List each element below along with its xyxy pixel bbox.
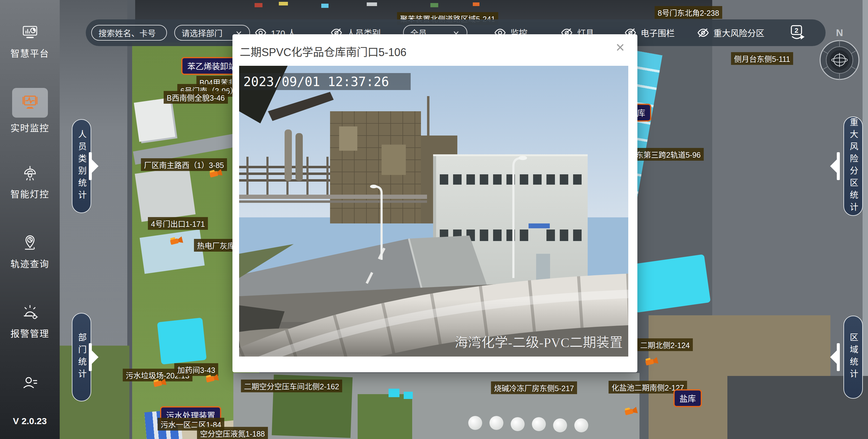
version-label: V 2.0.23	[0, 416, 60, 426]
tab-major-risk-zone-stats[interactable]: 重大风险分区统计	[843, 116, 863, 216]
camera-feed-image: 2023/09/01 12:37:26 海湾化学-二级-PVC二期装置	[239, 66, 628, 356]
map-label[interactable]: 空分空压液氮1-188	[197, 427, 268, 439]
active-item-highlight	[12, 88, 48, 118]
sidebar-item-user[interactable]	[0, 374, 60, 393]
realtime-monitor-icon	[20, 93, 40, 113]
camera-icon[interactable]	[645, 356, 659, 366]
map-label[interactable]: 热电厂灰库	[194, 239, 238, 252]
tab-department-stats[interactable]: 部门统计	[72, 313, 91, 402]
camera-icon[interactable]	[170, 236, 184, 245]
chevron-left-icon[interactable]	[830, 159, 837, 173]
sidebar-item-track-query[interactable]: 轨迹查询	[0, 233, 60, 270]
tab-arrow-stem	[837, 152, 840, 180]
toggle-major-risk-zone[interactable]: 重大风险分区	[697, 20, 764, 46]
tab-personnel-category-stats[interactable]: 人员类别统计	[72, 119, 91, 213]
sidebar-item-realtime-monitor[interactable]: 实时监控	[0, 88, 60, 134]
track-query-icon	[21, 233, 39, 252]
camera-modal: 二期SPVC化学品仓库南门口5-106 ×	[232, 34, 638, 372]
tab-arrow-stem	[89, 343, 92, 371]
person-list-icon	[21, 374, 39, 392]
sidebar-item-label: 报警管理	[0, 326, 60, 340]
screen-switch-button[interactable]: 2	[788, 20, 806, 46]
dashboard-monitor-icon	[21, 23, 39, 42]
map-label[interactable]: 东第三跨2轨道5-96	[633, 148, 704, 161]
smart-lamp-icon	[21, 164, 39, 182]
eye-slash-icon	[697, 27, 709, 39]
map-label[interactable]: 侧月台东侧5-111	[731, 52, 793, 65]
chevron-right-icon[interactable]	[92, 159, 98, 173]
sidebar-item-alarm-manage[interactable]: 报警管理	[0, 303, 60, 340]
tab-arrow-stem	[837, 343, 840, 371]
tab-arrow-stem	[89, 152, 92, 180]
alarm-manage-icon	[21, 303, 39, 322]
map-label[interactable]: B西南侧全貌3-46	[164, 91, 228, 104]
toggle-label: 重大风险分区	[713, 27, 764, 39]
map-label[interactable]: 8号门东北角2-238	[655, 6, 722, 19]
compass-north-label: N	[830, 27, 848, 38]
sidebar-item-smart-light[interactable]: 智能灯控	[0, 164, 60, 200]
screen-2-icon: 2	[788, 24, 806, 41]
sidebar-item-label: 智能灯控	[0, 187, 60, 200]
camera-icon[interactable]	[153, 378, 167, 388]
svg-text:2: 2	[795, 27, 798, 34]
map-label[interactable]: 二期北侧2-124	[637, 338, 693, 351]
sidebar-item-label: 智慧平台	[0, 46, 60, 59]
department-placeholder: 请选择部门	[182, 27, 222, 39]
sidebar-item-smart-platform[interactable]: 智慧平台	[0, 23, 60, 59]
compass-icon	[819, 40, 860, 80]
chevron-left-icon[interactable]	[830, 350, 837, 364]
close-icon[interactable]: ×	[616, 40, 625, 55]
camera-icon[interactable]	[206, 374, 219, 383]
video-timestamp: 2023/09/01 12:37:26	[243, 74, 389, 89]
toggle-label: 电子围栏	[641, 27, 675, 39]
map-label[interactable]: 二期空分空压车间北侧2-162	[241, 380, 342, 392]
map-label[interactable]: 4号门出口1-171	[148, 217, 208, 230]
chevron-right-icon[interactable]	[92, 350, 98, 364]
camera-icon[interactable]	[624, 406, 638, 416]
modal-title: 二期SPVC化学品仓库南门口5-106	[240, 43, 406, 59]
tab-area-stats[interactable]: 区域统计	[843, 316, 863, 399]
compass[interactable]	[819, 40, 860, 80]
map-label[interactable]: 盐库	[674, 389, 702, 407]
sidebar: 智慧平台 实时监控 智能灯控	[0, 0, 60, 439]
video-watermark: 海湾化学-二级-PVC二期装置	[455, 335, 623, 350]
search-input[interactable]: 搜索姓名、卡号	[91, 20, 167, 46]
search-placeholder[interactable]: 搜索姓名、卡号	[91, 25, 167, 40]
camera-icon[interactable]	[209, 169, 223, 178]
camera-feed: 2023/09/01 12:37:26 海湾化学-二级-PVC二期装置	[239, 66, 628, 356]
sidebar-item-label: 轨迹查询	[0, 257, 60, 270]
sidebar-item-label: 实时监控	[0, 121, 60, 134]
map-label[interactable]: 烧碱冷冻厂房东侧5-217	[491, 381, 577, 394]
